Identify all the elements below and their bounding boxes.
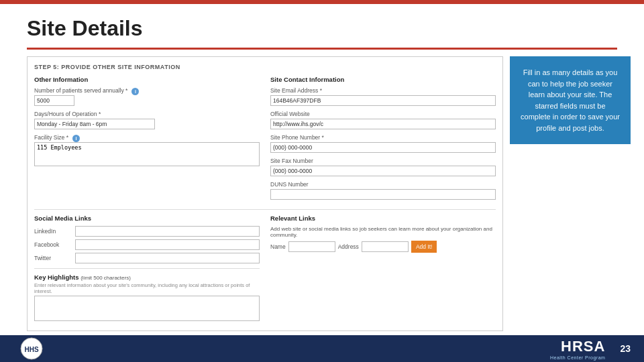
fax-group: Site Fax Number [270,158,496,176]
twitter-input[interactable] [75,253,260,263]
patients-info-icon: i [131,88,139,95]
relevant-links-title: Relevant Links [270,215,496,222]
facility-info-icon: i [72,135,80,142]
page-number: 23 [620,343,631,354]
add-it-button[interactable]: Add It! [411,241,437,253]
tooltip-text: Fill in as many details as you can to he… [521,68,620,132]
patients-label-row: Number of patients served annually * i [34,87,260,95]
social-media-section: Social Media Links LinkedIn Facebook Twi… [34,215,260,322]
name-label: Name [270,243,286,250]
days-label: Days/Hours of Operation * [34,111,260,117]
step-header: STEP 5: PROVIDE OTHER SITE INFORMATION [34,64,496,70]
twitter-row: Twitter [34,253,260,263]
twitter-label: Twitter [34,253,64,263]
linkedin-label: LinkedIn [34,226,64,237]
other-info-title: Other Information [34,76,260,83]
facility-textarea[interactable]: 115 Employees [34,142,260,166]
phone-group: Site Phone Number * [270,134,496,153]
tooltip-box: Fill in as many details as you can to he… [510,56,631,144]
highlights-title-row: Key Highlights (limit 500 characters) [34,274,260,281]
footer-bar: HHS HRSA Health Center Program 23 [0,335,644,362]
relevant-links-description: Add web site or social media links so jo… [270,226,496,238]
patients-group: Number of patients served annually * i [34,87,260,106]
email-label: Site Email Address * [270,87,496,94]
facebook-label: Facebook [34,239,64,250]
social-divider [34,268,260,269]
svg-text:HHS: HHS [24,346,38,353]
other-info-section: Other Information Number of patients ser… [34,76,260,204]
highlights-title: Key Highlights [34,274,79,281]
patients-label: Number of patients served annually * [34,87,127,94]
footer-right: HRSA Health Center Program 23 [550,338,631,360]
highlights-placeholder-label: Enter relevant information about your si… [34,282,260,294]
facility-label: Facility Size * [34,134,68,141]
highlights-textarea[interactable] [34,296,260,321]
duns-group: DUNS Number [270,181,496,200]
site-contact-title: Site Contact Information [270,76,496,83]
relevant-links-section: Relevant Links Add web site or social me… [270,215,496,322]
website-label: Official Website [270,111,496,117]
facebook-row: Facebook [34,239,260,250]
relevant-address-input[interactable] [362,241,409,252]
lower-two-col: Social Media Links LinkedIn Facebook Twi… [34,215,496,322]
email-input[interactable] [270,95,496,106]
social-media-title: Social Media Links [34,215,260,222]
hrsa-logo: HRSA Health Center Program [550,338,605,360]
facility-group: Facility Size * i 115 Employees [34,134,260,168]
days-group: Days/Hours of Operation * [34,111,260,129]
website-group: Official Website [270,111,496,129]
days-input[interactable] [34,119,155,129]
website-input[interactable] [270,119,496,129]
form-two-col: Other Information Number of patients ser… [34,76,496,204]
fax-input[interactable] [270,166,496,176]
duns-input[interactable] [270,189,496,200]
page-title-area: Site Details [0,4,644,48]
linkedin-row: LinkedIn [34,226,260,237]
phone-label: Site Phone Number * [270,134,496,141]
relevant-link-row: Name Address Add It! [270,241,496,253]
site-contact-section: Site Contact Information Site Email Addr… [270,76,496,204]
facebook-input[interactable] [75,239,260,250]
email-group: Site Email Address * [270,87,496,106]
hrsa-main-text: HRSA [561,338,605,355]
fax-label: Site Fax Number [270,158,496,164]
facility-label-row: Facility Size * i [34,134,260,142]
phone-input[interactable] [270,142,496,153]
hhs-logo-icon: HHS [20,337,43,360]
form-container: STEP 5: PROVIDE OTHER SITE INFORMATION O… [27,56,503,331]
patients-input[interactable] [34,95,74,106]
main-content: STEP 5: PROVIDE OTHER SITE INFORMATION O… [0,50,644,331]
duns-label: DUNS Number [270,181,496,188]
section-divider [34,209,496,210]
relevant-name-input[interactable] [288,241,335,252]
highlights-limit: (limit 500 characters) [80,275,131,281]
page-title: Site Details [27,16,617,41]
footer-left: HHS [20,337,43,360]
hrsa-sub-text: Health Center Program [550,355,605,360]
linkedin-input[interactable] [75,226,260,237]
highlights-section: Key Highlights (limit 500 characters) En… [34,274,260,322]
address-label: Address [338,243,359,250]
